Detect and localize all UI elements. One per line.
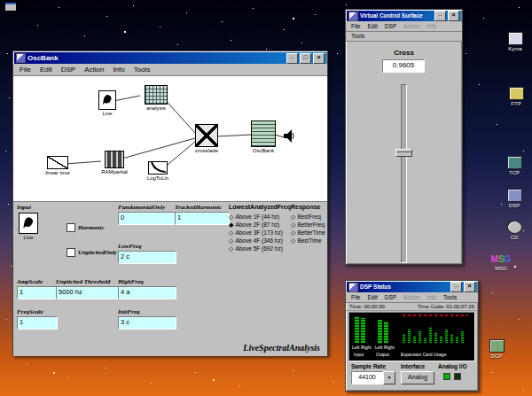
menu-file[interactable]: File (348, 293, 364, 302)
freq-scale-field[interactable]: 1 (17, 316, 58, 330)
maximize-button[interactable] (300, 53, 311, 64)
harmonic-label: Harmonic (78, 224, 105, 231)
menu-dsp[interactable]: DSP (381, 22, 400, 31)
menu-edit[interactable]: Edit (364, 293, 380, 302)
node-linear-time[interactable]: linear time (40, 156, 75, 176)
oscbank-titlebar[interactable]: OscBank (14, 52, 326, 64)
icon-label: CD (503, 235, 526, 241)
radio-above-4f[interactable]: Above 4F (346 hz) (229, 237, 283, 245)
node-label: linear time (40, 170, 75, 176)
tracked-harmonic-field[interactable]: 1 (175, 212, 230, 225)
dsp-titlebar[interactable]: DSP Status (347, 282, 477, 292)
menu-info: Info (423, 293, 440, 302)
expansion-meter (429, 327, 432, 343)
node-log-to-lin[interactable]: LogToLin (140, 161, 176, 182)
node-crossfade[interactable]: crossfade (189, 124, 224, 154)
chip-icon (507, 189, 522, 202)
close-button[interactable] (448, 11, 459, 21)
menu-tools[interactable]: Tools (348, 32, 368, 41)
expansion-meter (440, 336, 442, 343)
input-left-meter (355, 316, 359, 343)
desktop-icon-msg[interactable]: MSG MSG (488, 254, 514, 272)
app-icon (489, 339, 505, 353)
fader-track[interactable] (401, 84, 407, 263)
close-button[interactable] (313, 53, 325, 64)
fader-thumb[interactable] (395, 149, 412, 157)
fundamental-only-field[interactable]: 0 (118, 212, 176, 225)
radio-above-5f[interactable]: Above 5F (692 hz) (229, 245, 283, 252)
speaker-icon (284, 129, 294, 144)
node-label: RAMpartial (95, 169, 134, 175)
network-icon (507, 156, 522, 169)
input-left-label: Left (352, 345, 359, 350)
minimize-button[interactable] (450, 282, 462, 292)
window-title: DSP Status (360, 282, 449, 292)
minimize-button[interactable] (434, 11, 446, 21)
unpitched-threshold-label: Unpitched Threshold (56, 278, 110, 285)
menu-dsp[interactable]: DSP (57, 66, 80, 74)
high-freq-label: HighFreq (118, 278, 144, 285)
radio-besttime[interactable]: BestTime (291, 237, 325, 245)
radio-bestfreq[interactable]: BestFreq (291, 213, 325, 221)
desktop-icon-ftp[interactable]: FTP (505, 87, 528, 107)
folder-icon (509, 87, 524, 100)
node-analysis[interactable]: analysis (138, 85, 174, 112)
input-source[interactable]: Live (15, 213, 42, 241)
time-row: Time: 00:00:00 Time Code: 01:00:07:26 (346, 303, 478, 311)
amp-scale-field[interactable]: 1 (17, 286, 58, 299)
menu-action[interactable]: Action (80, 66, 108, 74)
expansion-meter (413, 336, 416, 343)
node-oscbank[interactable]: OscBank (246, 120, 281, 154)
node-live[interactable]: Live (91, 90, 123, 117)
dsp-menubar: File Edit DSP Action Info Tools (346, 293, 478, 303)
desktop-icon-dsp[interactable]: DSP (503, 189, 526, 209)
desktop-icon-tcp[interactable]: TCP (503, 156, 526, 176)
minimize-button[interactable] (286, 53, 298, 64)
low-freq-label: LowFreq (118, 243, 141, 250)
interface-button[interactable]: Analog (401, 371, 434, 384)
menu-edit[interactable]: Edit (364, 22, 380, 31)
output-left-label: Left (375, 345, 382, 350)
linear-time-icon (47, 156, 68, 169)
desktop-icon-cd[interactable]: CD (503, 221, 526, 241)
init-freq-field[interactable]: 3 c (118, 316, 176, 330)
radio-above-3f[interactable]: Above 3F (173 hz) (229, 229, 283, 237)
vu-meter-panel: Left Right Left Right Input Output Expan… (348, 312, 475, 361)
sample-rate-combo[interactable]: 44100 (351, 371, 395, 384)
menu-file[interactable]: File (348, 22, 364, 31)
oscbank-menubar: File Edit DSP Action Info Tools (13, 65, 327, 76)
analog-io-led-1 (443, 373, 450, 380)
node-ram-partial[interactable]: RAMpartial (95, 151, 134, 175)
node-speaker[interactable] (282, 129, 296, 145)
dropdown-arrow-icon[interactable] (383, 371, 395, 384)
menu-tools[interactable]: Tools (129, 66, 155, 74)
amp-scale-label: AmpScale (17, 278, 43, 285)
menu-dsp[interactable]: DSP (381, 293, 400, 302)
low-freq-field[interactable]: 2 c (118, 251, 176, 264)
radio-betterfreq[interactable]: BetterFreq (291, 221, 325, 229)
unpitched-only-checkbox[interactable]: UnpitchedOnly (66, 248, 117, 257)
close-button[interactable] (464, 282, 475, 292)
fader-value-box[interactable]: 0.9605 (382, 59, 425, 73)
sample-rate-value[interactable]: 44100 (351, 371, 383, 384)
menu-info[interactable]: Info (108, 66, 129, 74)
menu-file[interactable]: File (15, 66, 35, 74)
input-value: Live (15, 235, 42, 241)
vcs-titlebar[interactable]: Virtual Control Surface (347, 11, 461, 21)
radio-above-1f[interactable]: Above 1F (44 hz) (229, 213, 283, 221)
desktop-icon-dcp[interactable]: DCP (485, 339, 508, 360)
tracked-harmonic-label: TrackedHarmonic (175, 204, 222, 211)
interface-label: Interface (401, 363, 425, 369)
radio-bettertime[interactable]: BetterTime (291, 229, 325, 237)
harmonic-checkbox[interactable]: Harmonic (66, 223, 105, 232)
high-freq-field[interactable]: 4 a (118, 286, 176, 299)
analog-io-label: Analog I/O (438, 363, 467, 369)
menu-tools[interactable]: Tools (440, 293, 460, 302)
desktop-icon-kyma[interactable]: Kyma (504, 32, 527, 52)
menu-edit[interactable]: Edit (35, 66, 57, 74)
corner-app-icon[interactable] (4, 2, 17, 12)
lowest-analyzed-freq-label: LowestAnalyzedFreq (229, 204, 291, 210)
menu-action: Action (400, 22, 423, 31)
unpitched-threshold-field[interactable]: 5000 hz (56, 286, 120, 299)
radio-above-2f[interactable]: Above 2F (87 hz) (229, 221, 283, 229)
